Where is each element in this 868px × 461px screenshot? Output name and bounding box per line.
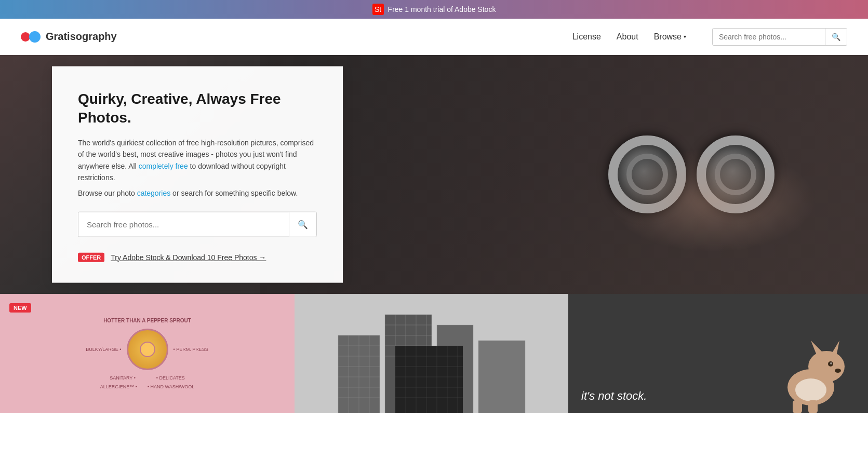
hero-card: Quirky, Creative, Always Free Photos. Th…	[52, 66, 343, 283]
card-dog[interactable]: it's not stock.	[568, 294, 868, 413]
label-handwash: • HAND WASH/WOOL	[148, 384, 194, 389]
nav-license[interactable]: License	[572, 32, 601, 42]
logo-icon	[21, 31, 41, 43]
hero-search-button[interactable]: 🔍	[289, 212, 316, 236]
label-bottom-row: SANITARY • • DELICATES	[110, 375, 185, 381]
label-allergiene: ALLERGIENE™ •	[100, 384, 137, 389]
building-illustration	[295, 294, 568, 413]
hero-search-bar: 🔍	[78, 211, 317, 237]
card-architecture[interactable]	[295, 294, 568, 413]
logo-link[interactable]: Gratisography	[21, 31, 117, 43]
label-right: • PERM. PRESS	[173, 347, 210, 352]
dial-inner	[140, 342, 155, 357]
logo-circle-blue	[29, 31, 41, 43]
dial	[127, 329, 168, 370]
cards-section: NEW HOTTER THAN A PEPPER SPROUT BULKY/LA…	[0, 294, 868, 413]
top-banner: St Free 1 month trial of Adobe Stock	[0, 0, 868, 19]
label-sanitary: SANITARY •	[110, 375, 136, 381]
svg-rect-21	[395, 346, 463, 413]
label-delicates: • DELICATES	[156, 375, 185, 381]
label-left: BULKY/LARGE •	[85, 347, 122, 352]
offer-row: OFFER Try Adobe Stock & Download 10 Free…	[78, 252, 317, 262]
offer-badge: OFFER	[78, 252, 104, 262]
appliance-diagram: HOTTER THAN A PEPPER SPROUT BULKY/LARGE …	[85, 318, 210, 389]
face-hint	[608, 148, 816, 252]
nav-about[interactable]: About	[617, 32, 638, 42]
svg-marker-36	[832, 341, 839, 354]
hero-browse-text: Browse our photo categories or search fo…	[78, 187, 317, 199]
label-bottom-row-2: ALLERGIENE™ • • HAND WASH/WOOL	[100, 384, 195, 389]
card-appliance[interactable]: NEW HOTTER THAN A PEPPER SPROUT BULKY/LA…	[0, 294, 295, 413]
hero-categories-link[interactable]: categories	[137, 189, 171, 197]
dog-silhouette	[769, 330, 852, 413]
offer-link[interactable]: Try Adobe Stock & Download 10 Free Photo…	[111, 253, 266, 261]
header-search-bar: 🔍	[712, 28, 847, 46]
svg-point-40	[835, 369, 841, 373]
svg-marker-35	[811, 341, 824, 354]
header-search-button[interactable]: 🔍	[825, 29, 847, 45]
banner-text: Free 1 month trial of Adobe Stock	[388, 5, 496, 13]
new-badge: NEW	[9, 303, 31, 313]
browse-chevron-icon: ▾	[684, 34, 686, 39]
card-dark-text: it's not stock.	[581, 389, 647, 403]
svg-rect-42	[808, 400, 818, 413]
hero-section: Quirky, Creative, Always Free Photos. Th…	[0, 55, 868, 294]
nav-browse[interactable]: Browse ▾	[654, 32, 686, 42]
main-nav: License About Browse ▾ 🔍	[572, 28, 847, 46]
hero-image	[260, 55, 868, 294]
hero-description: The world's quirkiest collection of free…	[78, 137, 317, 183]
logo-text: Gratisography	[46, 31, 117, 43]
svg-point-34	[808, 351, 845, 382]
hero-free-link[interactable]: completely free	[139, 161, 188, 170]
svg-point-39	[830, 362, 832, 364]
header-search-input[interactable]	[713, 29, 825, 45]
dial-row: BULKY/LARGE • • PERM. PRESS	[85, 329, 210, 370]
adobe-icon: St	[372, 4, 384, 15]
hero-title: Quirky, Creative, Always Free Photos.	[78, 90, 317, 128]
appliance-label-top: HOTTER THAN A PEPPER SPROUT	[103, 318, 191, 323]
hero-search-input[interactable]	[78, 212, 289, 236]
svg-point-37	[795, 378, 826, 401]
header: Gratisography License About Browse ▾ 🔍	[0, 19, 868, 55]
svg-rect-3	[478, 341, 525, 413]
svg-rect-41	[793, 400, 802, 413]
